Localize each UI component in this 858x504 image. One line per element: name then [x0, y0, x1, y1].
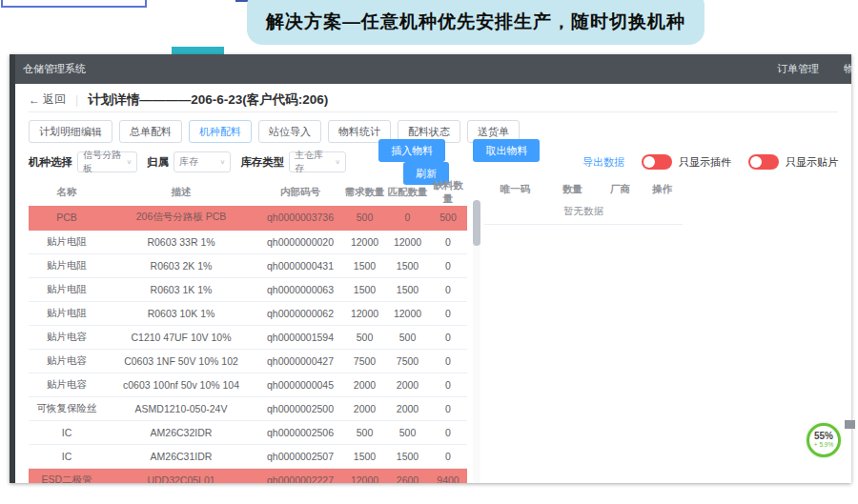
cell-demand-qty: 2000 [343, 373, 386, 396]
solution-banner: 解决方案—任意机种优先安排生产，随时切换机种 [247, 0, 705, 45]
slide-stage: 解决方案—任意机种优先安排生产，随时切换机种 仓储管理系统 订单管理 物 ← 返… [0, 0, 858, 504]
table-row[interactable]: 贴片电容 C0603 1NF 50V 10% 102 qh0000000427 … [29, 349, 467, 373]
cell-matched-qty: 12000 [386, 230, 429, 253]
cell-matched-qty: 7500 [386, 349, 429, 373]
cell-internal-code: qh0000003736 [257, 206, 343, 230]
cell-name: ESD二极管 [29, 468, 105, 483]
cell-matched-qty: 2000 [386, 396, 429, 420]
cell-demand-qty: 1500 [343, 444, 386, 468]
menu-item-clipped[interactable]: 物 [844, 62, 851, 76]
cell-name: IC [29, 444, 105, 468]
table-scrollbar-track[interactable] [473, 200, 480, 483]
table-scrollbar-thumb[interactable] [473, 200, 480, 246]
cell-internal-code: qh0000000020 [257, 230, 343, 253]
toggle-knob [644, 156, 655, 168]
table-row[interactable]: 可恢复保险丝 ASMD1210-050-24V qh0000002500 200… [29, 396, 467, 420]
stock-type-select-label: 库存类型 [240, 155, 284, 170]
cell-name: PCB [29, 206, 105, 230]
table-row[interactable]: 贴片电阻 R0603 1K 1% qh0000000063 1500 1500 … [29, 277, 467, 301]
cell-internal-code: qh0000001594 [257, 325, 343, 349]
material-table-body: PCB 206信号分路板 PCB qh0000003736 500 0 500 … [29, 206, 467, 483]
cell-shortage-qty: 500 [429, 206, 467, 230]
progress-badge: 55% + 5.9% [807, 423, 841, 457]
col-unique-code: 唯一码 [484, 179, 546, 200]
cell-matched-qty: 2000 [386, 373, 429, 396]
toggle-knob [750, 156, 762, 168]
col-name: 名称 [29, 179, 105, 206]
tab-1[interactable]: 总单配料 [119, 120, 182, 143]
solution-banner-text: 解决方案—任意机种优先安排生产，随时切换机种 [266, 10, 685, 45]
cell-shortage-qty: 9400 [429, 468, 467, 483]
table-row[interactable]: 贴片电阻 R0603 33R 1% qh0000000020 12000 120… [29, 230, 467, 253]
cell-internal-code: qh0000000045 [257, 373, 343, 396]
cell-desc: R0603 33R 1% [105, 230, 257, 253]
app-title: 仓储管理系统 [23, 62, 86, 76]
cell-desc: 206信号分路板 PCB [105, 206, 257, 230]
col-demand-qty: 需求数量 [343, 179, 386, 206]
cell-name: 贴片电容 [29, 373, 105, 396]
cell-desc: R0603 10K 1% [105, 301, 257, 325]
cell-matched-qty: 1500 [386, 277, 429, 301]
cell-name: 贴片电容 [29, 349, 105, 373]
breadcrumb: ← 返回 | 计划详情————206-6-23(客户代码:206) [29, 88, 838, 112]
menu-order-management[interactable]: 订单管理 [777, 62, 819, 76]
material-table: 名称 描述 内部码号 需求数量 匹配数量 缺料数量 PCB 206信号分路板 [29, 179, 467, 483]
cell-matched-qty: 0 [386, 206, 429, 230]
show-only-smd-toggle-wrap: 只显示贴片 [748, 154, 838, 170]
table-row[interactable]: 贴片电阻 R0603 2K 1% qh0000000431 1500 1500 … [29, 253, 467, 277]
empty-data-text: 暂无数据 [484, 200, 683, 224]
filter-bar: 机种选择 信号分路板 ∨ 归属 库存 ∨ 库存类型 主仓库存 ∨ 插入物料 取出… [29, 151, 838, 173]
cell-internal-code: qh0000002227 [257, 468, 343, 483]
table-row[interactable]: IC AM26C31IDR qh0000002507 1500 1500 0 [29, 444, 467, 468]
export-data-link[interactable]: 导出数据 [582, 155, 624, 170]
table-row[interactable]: ESD二极管 UDD32C05L01 qh0000002227 12000 26… [29, 468, 467, 483]
belong-select[interactable]: 库存 ∨ [174, 151, 231, 172]
machine-select[interactable]: 信号分路板 ∨ [77, 151, 137, 172]
tab-0[interactable]: 计划明细编辑 [29, 120, 112, 143]
tab-2[interactable]: 机种配料 [189, 120, 252, 143]
belong-select-value: 库存 [179, 155, 198, 169]
breadcrumb-divider: | [75, 93, 78, 107]
back-arrow-icon: ← [29, 93, 40, 107]
tab-3[interactable]: 站位导入 [258, 120, 321, 143]
table-row[interactable]: PCB 206信号分路板 PCB qh0000003736 500 0 500 [29, 206, 467, 230]
show-only-tht-label: 只显示插件 [679, 155, 731, 170]
slide-partial-box [1, 0, 147, 8]
back-button[interactable]: ← 返回 [29, 91, 66, 108]
cell-shortage-qty: 0 [429, 349, 467, 373]
table-row[interactable]: IC AM26C32IDR qh0000002506 500 500 0 [29, 420, 467, 444]
insert-material-button[interactable]: 插入物料 [378, 139, 445, 162]
chevron-down-icon: ∨ [126, 158, 132, 165]
cell-demand-qty: 7500 [343, 349, 386, 373]
col-matched-qty: 匹配数量 [386, 179, 429, 206]
col-shortage-qty: 缺料数量 [429, 179, 467, 206]
cell-demand-qty: 2000 [343, 396, 386, 420]
takeout-material-button[interactable]: 取出物料 [473, 139, 540, 162]
cell-name: 贴片电容 [29, 325, 105, 349]
action-buttons: 插入物料 取出物料 刷新 [378, 139, 573, 185]
cell-desc: c0603 100nf 50v 10% 104 [105, 373, 257, 396]
cell-desc: C0603 1NF 50V 10% 102 [105, 349, 257, 373]
cell-name: 可恢复保险丝 [29, 396, 105, 420]
show-only-tht-toggle-wrap: 只显示插件 [642, 154, 731, 170]
cell-shortage-qty: 0 [429, 277, 467, 301]
stock-type-select[interactable]: 主仓库存 ∨ [289, 151, 346, 172]
machine-select-label: 机种选择 [29, 155, 72, 170]
material-table-header: 名称 描述 内部码号 需求数量 匹配数量 缺料数量 [29, 179, 467, 206]
cell-demand-qty: 500 [343, 420, 386, 444]
table-row[interactable]: 贴片电容 C1210 47UF 10V 10% qh0000001594 500… [29, 325, 467, 349]
table-row[interactable]: 贴片电容 c0603 100nf 50v 10% 104 qh000000004… [29, 373, 467, 396]
chevron-down-icon: ∨ [335, 158, 340, 165]
cell-desc: AM26C31IDR [105, 444, 257, 468]
show-only-smd-toggle[interactable] [748, 154, 779, 170]
table-row[interactable]: 贴片电阻 R0603 10K 1% qh0000000062 12000 120… [29, 301, 467, 325]
cell-internal-code: qh0000002507 [257, 444, 343, 468]
chevron-down-icon: ∨ [219, 158, 225, 165]
cell-matched-qty: 2600 [386, 468, 429, 483]
cell-shortage-qty: 0 [429, 396, 467, 420]
col-action: 操作 [642, 179, 683, 200]
cell-shortage-qty: 0 [429, 420, 467, 444]
app-header: 仓储管理系统 订单管理 物 [15, 54, 851, 84]
show-only-tht-toggle[interactable] [642, 154, 672, 170]
app-window: 仓储管理系统 订单管理 物 ← 返回 | 计划详情————206-6-23(客户… [10, 54, 851, 483]
